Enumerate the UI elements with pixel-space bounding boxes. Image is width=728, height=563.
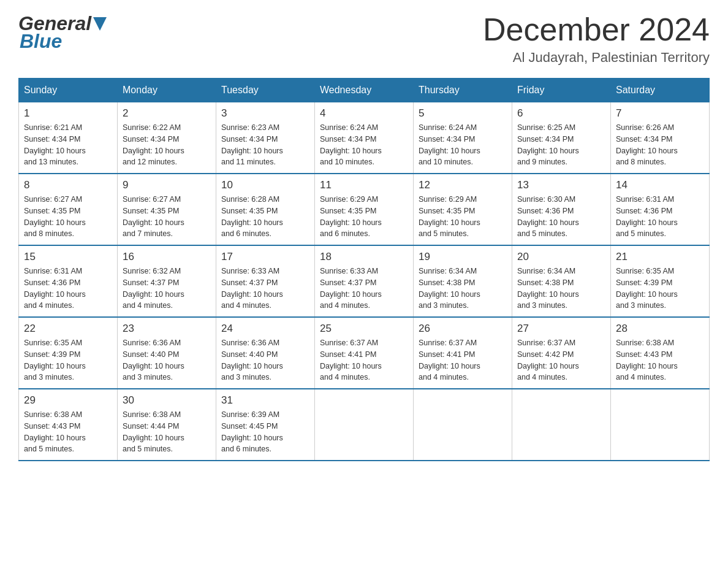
title-section: December 2024 Al Judayrah, Palestinian T… (483, 12, 710, 66)
day-number: 26 (419, 323, 507, 335)
calendar-cell: 17Sunrise: 6:33 AMSunset: 4:37 PMDayligh… (216, 245, 315, 317)
svg-marker-0 (93, 17, 107, 31)
calendar-cell: 5Sunrise: 6:24 AMSunset: 4:34 PMDaylight… (414, 102, 512, 174)
header-day-monday: Monday (118, 79, 216, 102)
page-header: General Blue December 2024 Al Judayrah, … (18, 12, 710, 66)
calendar-cell: 28Sunrise: 6:38 AMSunset: 4:43 PMDayligh… (611, 317, 710, 389)
calendar-cell: 19Sunrise: 6:34 AMSunset: 4:38 PMDayligh… (414, 245, 512, 317)
day-info: Sunrise: 6:25 AMSunset: 4:34 PMDaylight:… (517, 122, 605, 168)
calendar-cell: 9Sunrise: 6:27 AMSunset: 4:35 PMDaylight… (118, 174, 216, 245)
calendar-cell: 8Sunrise: 6:27 AMSunset: 4:35 PMDaylight… (19, 174, 118, 245)
header-day-wednesday: Wednesday (315, 79, 414, 102)
day-number: 5 (419, 107, 507, 120)
day-info: Sunrise: 6:34 AMSunset: 4:38 PMDaylight:… (419, 266, 507, 312)
calendar-cell: 23Sunrise: 6:36 AMSunset: 4:40 PMDayligh… (118, 317, 216, 389)
day-number: 1 (24, 107, 112, 120)
day-info: Sunrise: 6:31 AMSunset: 4:36 PMDaylight:… (24, 266, 112, 312)
calendar-cell: 24Sunrise: 6:36 AMSunset: 4:40 PMDayligh… (216, 317, 315, 389)
calendar-cell (512, 389, 611, 461)
day-number: 27 (517, 323, 605, 335)
calendar-cell: 31Sunrise: 6:39 AMSunset: 4:45 PMDayligh… (216, 389, 315, 461)
day-number: 8 (24, 179, 112, 191)
calendar-cell: 18Sunrise: 6:33 AMSunset: 4:37 PMDayligh… (315, 245, 414, 317)
day-number: 25 (320, 323, 408, 335)
logo: General Blue (18, 12, 107, 53)
day-number: 21 (616, 251, 704, 263)
calendar-cell: 12Sunrise: 6:29 AMSunset: 4:35 PMDayligh… (414, 174, 512, 245)
header-day-friday: Friday (512, 79, 611, 102)
day-info: Sunrise: 6:39 AMSunset: 4:45 PMDaylight:… (221, 409, 309, 455)
day-info: Sunrise: 6:27 AMSunset: 4:35 PMDaylight:… (123, 194, 211, 240)
day-number: 14 (616, 179, 704, 191)
calendar-cell: 29Sunrise: 6:38 AMSunset: 4:43 PMDayligh… (19, 389, 118, 461)
day-info: Sunrise: 6:22 AMSunset: 4:34 PMDaylight:… (123, 122, 211, 168)
day-info: Sunrise: 6:38 AMSunset: 4:43 PMDaylight:… (24, 409, 112, 455)
day-number: 13 (517, 179, 605, 191)
calendar-cell (611, 389, 710, 461)
calendar-cell: 13Sunrise: 6:30 AMSunset: 4:36 PMDayligh… (512, 174, 611, 245)
header-day-tuesday: Tuesday (216, 79, 315, 102)
day-info: Sunrise: 6:28 AMSunset: 4:35 PMDaylight:… (221, 194, 309, 240)
week-row-4: 22Sunrise: 6:35 AMSunset: 4:39 PMDayligh… (19, 317, 710, 389)
day-number: 23 (123, 323, 211, 335)
day-number: 18 (320, 251, 408, 263)
day-number: 20 (517, 251, 605, 263)
header-row: SundayMondayTuesdayWednesdayThursdayFrid… (19, 79, 710, 102)
day-number: 9 (123, 179, 211, 191)
day-number: 22 (24, 323, 112, 335)
month-title: December 2024 (483, 12, 710, 47)
day-number: 12 (419, 179, 507, 191)
day-number: 16 (123, 251, 211, 263)
week-row-3: 15Sunrise: 6:31 AMSunset: 4:36 PMDayligh… (19, 245, 710, 317)
week-row-1: 1Sunrise: 6:21 AMSunset: 4:34 PMDaylight… (19, 102, 710, 174)
calendar-header: SundayMondayTuesdayWednesdayThursdayFrid… (19, 79, 710, 102)
logo-blue-text: Blue (20, 30, 62, 53)
calendar-cell: 1Sunrise: 6:21 AMSunset: 4:34 PMDaylight… (19, 102, 118, 174)
day-info: Sunrise: 6:29 AMSunset: 4:35 PMDaylight:… (419, 194, 507, 240)
day-info: Sunrise: 6:29 AMSunset: 4:35 PMDaylight:… (320, 194, 408, 240)
logo-triangle-icon (93, 17, 107, 31)
day-number: 30 (123, 394, 211, 407)
day-number: 11 (320, 179, 408, 191)
calendar-cell: 6Sunrise: 6:25 AMSunset: 4:34 PMDaylight… (512, 102, 611, 174)
header-day-sunday: Sunday (19, 79, 118, 102)
day-number: 19 (419, 251, 507, 263)
day-info: Sunrise: 6:33 AMSunset: 4:37 PMDaylight:… (320, 266, 408, 312)
day-number: 3 (221, 107, 309, 120)
calendar-cell: 7Sunrise: 6:26 AMSunset: 4:34 PMDaylight… (611, 102, 710, 174)
day-info: Sunrise: 6:38 AMSunset: 4:44 PMDaylight:… (123, 409, 211, 455)
header-day-thursday: Thursday (414, 79, 512, 102)
day-number: 6 (517, 107, 605, 120)
day-info: Sunrise: 6:30 AMSunset: 4:36 PMDaylight:… (517, 194, 605, 240)
calendar-cell: 20Sunrise: 6:34 AMSunset: 4:38 PMDayligh… (512, 245, 611, 317)
day-info: Sunrise: 6:24 AMSunset: 4:34 PMDaylight:… (419, 122, 507, 168)
calendar-cell: 27Sunrise: 6:37 AMSunset: 4:42 PMDayligh… (512, 317, 611, 389)
day-number: 31 (221, 394, 309, 407)
day-number: 17 (221, 251, 309, 263)
day-info: Sunrise: 6:37 AMSunset: 4:42 PMDaylight:… (517, 337, 605, 383)
day-info: Sunrise: 6:32 AMSunset: 4:37 PMDaylight:… (123, 266, 211, 312)
day-info: Sunrise: 6:35 AMSunset: 4:39 PMDaylight:… (24, 337, 112, 383)
calendar-table: SundayMondayTuesdayWednesdayThursdayFrid… (18, 78, 710, 461)
day-info: Sunrise: 6:24 AMSunset: 4:34 PMDaylight:… (320, 122, 408, 168)
day-info: Sunrise: 6:35 AMSunset: 4:39 PMDaylight:… (616, 266, 704, 312)
calendar-cell: 26Sunrise: 6:37 AMSunset: 4:41 PMDayligh… (414, 317, 512, 389)
calendar-cell: 25Sunrise: 6:37 AMSunset: 4:41 PMDayligh… (315, 317, 414, 389)
day-info: Sunrise: 6:37 AMSunset: 4:41 PMDaylight:… (320, 337, 408, 383)
calendar-cell: 30Sunrise: 6:38 AMSunset: 4:44 PMDayligh… (118, 389, 216, 461)
calendar-cell: 11Sunrise: 6:29 AMSunset: 4:35 PMDayligh… (315, 174, 414, 245)
calendar-cell: 22Sunrise: 6:35 AMSunset: 4:39 PMDayligh… (19, 317, 118, 389)
calendar-cell: 21Sunrise: 6:35 AMSunset: 4:39 PMDayligh… (611, 245, 710, 317)
calendar-cell (414, 389, 512, 461)
day-info: Sunrise: 6:36 AMSunset: 4:40 PMDaylight:… (123, 337, 211, 383)
header-day-saturday: Saturday (611, 79, 710, 102)
day-number: 15 (24, 251, 112, 263)
calendar-body: 1Sunrise: 6:21 AMSunset: 4:34 PMDaylight… (19, 102, 710, 461)
day-number: 2 (123, 107, 211, 120)
day-info: Sunrise: 6:26 AMSunset: 4:34 PMDaylight:… (616, 122, 704, 168)
day-number: 29 (24, 394, 112, 407)
day-info: Sunrise: 6:27 AMSunset: 4:35 PMDaylight:… (24, 194, 112, 240)
week-row-2: 8Sunrise: 6:27 AMSunset: 4:35 PMDaylight… (19, 174, 710, 245)
day-info: Sunrise: 6:33 AMSunset: 4:37 PMDaylight:… (221, 266, 309, 312)
calendar-cell: 4Sunrise: 6:24 AMSunset: 4:34 PMDaylight… (315, 102, 414, 174)
